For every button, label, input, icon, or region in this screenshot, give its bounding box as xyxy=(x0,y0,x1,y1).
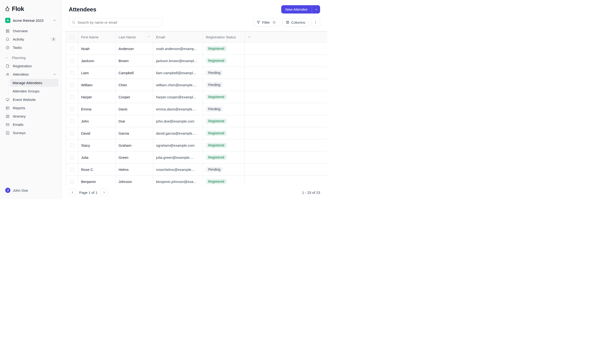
page-title: Attendees xyxy=(69,6,96,13)
row-checkbox-cell xyxy=(66,127,78,139)
cell-first-name: Liam xyxy=(78,67,116,79)
pager: Page 1 of 1 xyxy=(69,189,108,196)
header-status[interactable]: Registration Status xyxy=(203,31,245,43)
nav-registration[interactable]: Registration xyxy=(3,62,59,70)
nav-label: Event Website xyxy=(13,98,56,102)
nav-manage-attendees[interactable]: Manage Attendees xyxy=(10,79,59,87)
prev-page-button[interactable] xyxy=(69,189,76,196)
cell-status: Registered xyxy=(203,176,245,186)
table-row[interactable]: WilliamChenwilliam.chen@example....Pendi… xyxy=(66,79,328,91)
next-page-button[interactable] xyxy=(100,189,108,196)
header-first-name[interactable]: First Name xyxy=(78,31,116,43)
svg-rect-0 xyxy=(6,30,7,31)
nav-tasks[interactable]: Tasks xyxy=(3,43,59,52)
table-row[interactable]: DavidGarciadavid.garcia@example....Regis… xyxy=(66,127,328,139)
row-checkbox[interactable] xyxy=(70,83,74,87)
cell-status: Registered xyxy=(203,55,245,67)
cell-first-name: Benjamin xyxy=(78,176,116,186)
filter-button[interactable]: Filter 0 xyxy=(253,18,280,26)
row-checkbox[interactable] xyxy=(70,119,74,123)
row-checkbox-cell xyxy=(66,151,78,164)
columns-button[interactable]: Columns xyxy=(282,18,309,26)
row-checkbox[interactable] xyxy=(70,156,74,159)
cell-status: Pending xyxy=(203,164,245,176)
header-last-name[interactable]: Last Name xyxy=(116,31,153,43)
svg-marker-5 xyxy=(6,57,7,58)
nav-attendees-sub: Manage Attendees Attendee Groups xyxy=(8,78,59,95)
row-checkbox[interactable] xyxy=(70,95,74,99)
table-row[interactable]: JohnDoejohn.doe@example.comRegistered xyxy=(66,115,328,127)
nav-attendee-groups[interactable]: Attendee Groups xyxy=(10,87,59,95)
columns-icon xyxy=(286,21,289,24)
row-checkbox[interactable] xyxy=(70,180,74,184)
row-checkbox[interactable] xyxy=(70,71,74,75)
more-actions-button[interactable] xyxy=(311,18,320,27)
nav-overview[interactable]: Overview xyxy=(3,27,59,35)
cell-last-name: Doe xyxy=(116,115,153,127)
status-badge: Pending xyxy=(206,106,223,112)
status-badge: Registered xyxy=(206,155,227,160)
nav-emails[interactable]: Emails xyxy=(3,120,59,129)
file-icon xyxy=(5,64,10,68)
table-row[interactable]: LiamCampbellliam.campbell@exampl...Pendi… xyxy=(66,67,328,79)
chevron-up-icon xyxy=(53,73,56,76)
new-attendee-button[interactable]: New Attendee xyxy=(281,5,312,13)
table-row[interactable]: JuliaGreenjulia.green@example....Registe… xyxy=(66,151,328,164)
row-checkbox[interactable] xyxy=(70,143,74,147)
row-checkbox[interactable] xyxy=(70,131,74,135)
table-row[interactable]: BenjaminJohnsonbenjamin.johnson@exa...Re… xyxy=(66,176,328,186)
cell-email: david.garcia@example.... xyxy=(153,127,203,139)
nav-event-website[interactable]: Event Website xyxy=(3,95,59,104)
cell-last-name: Garcia xyxy=(116,127,153,139)
nav-reports[interactable]: Reports xyxy=(3,104,59,112)
cell-email: harper.cooper@exampl... xyxy=(153,91,203,103)
cell-last-name: Green xyxy=(116,151,153,164)
cell-extra xyxy=(245,151,328,164)
cell-status: Registered xyxy=(203,91,245,103)
status-badge: Registered xyxy=(206,118,227,124)
cell-extra xyxy=(245,164,328,176)
new-attendee-dropdown[interactable] xyxy=(312,5,320,13)
workspace-badge: A xyxy=(5,18,11,23)
check-circle-icon xyxy=(5,46,10,50)
header-email[interactable]: Email xyxy=(153,31,203,43)
bell-icon xyxy=(5,38,10,41)
cell-extra xyxy=(245,103,328,115)
sidebar: Flok A Acme Retreat 2023 Overview Activi… xyxy=(0,0,62,199)
row-checkbox[interactable] xyxy=(70,59,74,63)
table-row[interactable]: EmmaDavisemma.davis@example....Pending xyxy=(66,103,328,115)
svg-rect-16 xyxy=(286,21,289,23)
header-add-column[interactable] xyxy=(245,31,328,43)
table-wrap[interactable]: First Name Last Name Email Registration … xyxy=(62,31,327,186)
cell-email: john.doe@example.com xyxy=(153,115,203,127)
svg-point-17 xyxy=(315,21,316,21)
header-label: Registration Status xyxy=(206,35,236,39)
nav-itinerary[interactable]: Itinerary xyxy=(3,112,59,120)
cell-extra xyxy=(245,67,328,79)
svg-point-18 xyxy=(315,22,316,23)
table-row[interactable]: NoahAndersonnoah.anderson@examp...Regist… xyxy=(66,43,328,55)
row-checkbox[interactable] xyxy=(70,168,74,171)
table-row[interactable]: StacyGrahamsgraham@example.comRegistered xyxy=(66,139,328,151)
cell-first-name: Emma xyxy=(78,103,116,115)
select-all-checkbox[interactable] xyxy=(70,35,74,39)
workspace-title: Acme Retreat 2023 xyxy=(13,18,51,23)
columns-label: Columns xyxy=(291,20,305,25)
search-input[interactable] xyxy=(69,18,162,27)
page-label: Page 1 of 1 xyxy=(79,191,97,195)
filter-label: Filter xyxy=(262,20,270,25)
cell-last-name: Anderson xyxy=(116,43,153,55)
nav-attendees[interactable]: Attendees xyxy=(3,70,59,78)
nav-activity[interactable]: Activity 3 xyxy=(3,35,59,43)
row-checkbox[interactable] xyxy=(70,47,74,51)
table-row[interactable]: JacksonBrownjackson.brown@exampl...Regis… xyxy=(66,55,328,67)
table-row[interactable]: Rose C.Helmsrosechelms@example....Pendin… xyxy=(66,164,328,176)
nav-section-planning[interactable]: Planning xyxy=(3,53,59,62)
table-row[interactable]: HarperCooperharper.cooper@exampl...Regis… xyxy=(66,91,328,103)
row-checkbox[interactable] xyxy=(70,107,74,111)
cell-last-name: Chen xyxy=(116,79,153,91)
workspace-switcher[interactable]: A Acme Retreat 2023 xyxy=(3,16,59,25)
nav-surveys[interactable]: Surveys xyxy=(3,129,59,137)
current-user[interactable]: J John Doe xyxy=(3,186,59,195)
svg-marker-20 xyxy=(148,36,149,37)
